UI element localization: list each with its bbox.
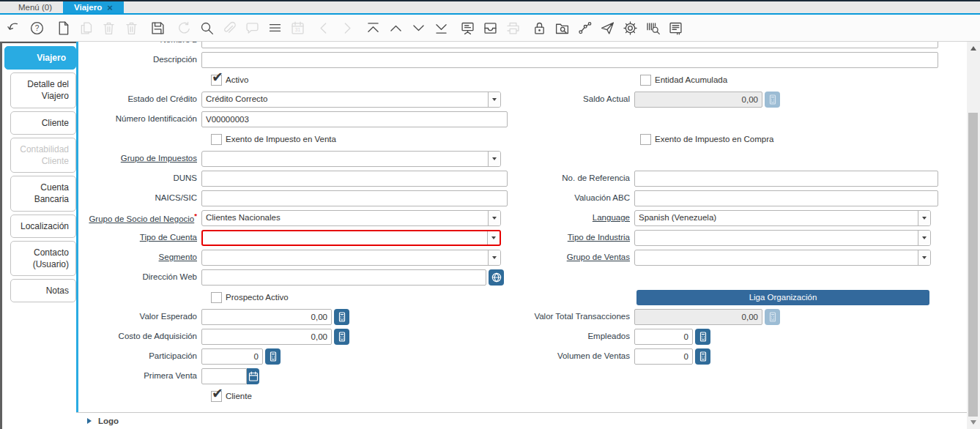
label-grupo-socio-negocio[interactable]: Grupo de Socio del Negocio* xyxy=(84,212,198,224)
scroll-down-icon[interactable] xyxy=(970,420,976,425)
logo-section-header[interactable]: Logo xyxy=(76,412,967,429)
vertical-scrollbar[interactable] xyxy=(967,42,980,429)
copy-record-button[interactable] xyxy=(78,20,94,36)
grupo-ventas-combo[interactable] xyxy=(634,250,931,266)
sidebar-tab-cliente[interactable]: Cliente xyxy=(10,111,76,135)
chevron-down-icon[interactable] xyxy=(488,152,500,166)
costo-adquisicion-input[interactable] xyxy=(201,329,332,345)
product-info-button[interactable] xyxy=(645,20,661,36)
chevron-down-icon[interactable] xyxy=(918,231,930,245)
web-browse-button[interactable] xyxy=(489,269,504,286)
chevron-down-icon[interactable] xyxy=(488,250,500,265)
calendar-button[interactable]: 31 xyxy=(290,20,306,36)
previous-record-button[interactable] xyxy=(388,20,404,36)
chat-button[interactable] xyxy=(245,20,261,36)
participacion-calculator-button[interactable] xyxy=(265,348,281,365)
forward-button[interactable] xyxy=(339,20,355,36)
grupo-impuestos-combo[interactable] xyxy=(201,151,501,167)
label-valor-esperado: Valor Esperado xyxy=(84,312,198,321)
attachment-button[interactable] xyxy=(222,20,238,36)
participacion-input[interactable] xyxy=(201,348,263,365)
save-button[interactable] xyxy=(150,20,166,36)
zoom-across-button[interactable] xyxy=(554,20,571,36)
grid-toggle-button[interactable] xyxy=(267,20,283,36)
report-button[interactable] xyxy=(460,20,476,36)
email-send-button[interactable] xyxy=(600,20,616,36)
refresh-button[interactable] xyxy=(177,20,193,36)
grupo-socio-negocio-combo[interactable]: Clientes Nacionales xyxy=(201,210,501,226)
label-tipo-cuenta[interactable]: Tipo de Cuenta xyxy=(84,233,198,242)
back-button[interactable] xyxy=(316,20,333,36)
exento-impuesto-compra-checkbox[interactable] xyxy=(640,134,651,145)
delete-selection-button[interactable] xyxy=(124,20,140,36)
label-language[interactable]: Language xyxy=(511,213,631,223)
empleados-calculator-button[interactable] xyxy=(695,329,710,345)
label-grupo-impuestos[interactable]: Grupo de Impuestos xyxy=(84,154,198,163)
tipo-industria-combo[interactable] xyxy=(634,230,931,246)
estado-credito-combo[interactable]: Crédito Correcto xyxy=(201,92,501,108)
find-button[interactable] xyxy=(199,20,215,36)
liga-organizacion-button[interactable]: Liga Organización xyxy=(636,290,929,305)
chevron-down-icon[interactable] xyxy=(918,250,930,265)
globe-icon xyxy=(491,272,502,283)
empleados-input[interactable] xyxy=(634,329,693,345)
chevron-down-icon[interactable] xyxy=(488,211,500,225)
scroll-up-icon[interactable] xyxy=(970,46,976,51)
no-referencia-input[interactable] xyxy=(634,171,938,187)
scrollbar-thumb[interactable] xyxy=(968,113,978,417)
chevron-down-icon[interactable] xyxy=(918,211,930,225)
first-record-button[interactable] xyxy=(365,20,382,36)
segmento-combo[interactable] xyxy=(201,250,501,266)
costo-adquisicion-calculator-button[interactable] xyxy=(334,329,349,345)
primera-venta-calendar-button[interactable] xyxy=(247,368,259,384)
archive-button[interactable] xyxy=(483,20,499,36)
tipo-cuenta-combo-highlighted[interactable] xyxy=(201,230,501,246)
chevron-down-icon[interactable] xyxy=(488,92,500,107)
cliente-checkbox[interactable] xyxy=(211,391,222,402)
print-button[interactable] xyxy=(505,20,521,36)
primera-venta-input[interactable] xyxy=(201,368,247,384)
naics-sic-input[interactable] xyxy=(201,190,508,206)
duns-input[interactable] xyxy=(201,171,508,187)
close-tab-icon[interactable]: × xyxy=(107,3,113,12)
prospecto-activo-checkbox[interactable] xyxy=(211,292,222,303)
label-volumen-ventas: Volumen de Ventas xyxy=(511,351,631,361)
numero-identificacion-input[interactable] xyxy=(201,111,508,127)
export-data-button[interactable] xyxy=(668,20,684,36)
sidebar-tab-detalle-del-viajero[interactable]: Detalle del Viajero xyxy=(10,72,76,108)
private-record-lock-button[interactable] xyxy=(532,20,548,36)
tab-viajero[interactable]: Viajero× xyxy=(63,1,124,13)
sidebar-tab-localizacion[interactable]: Localización xyxy=(10,214,76,238)
sidebar-tab-viajero[interactable]: Viajero xyxy=(4,46,76,70)
direccion-web-input[interactable] xyxy=(201,269,486,286)
valor-esperado-calculator-button[interactable] xyxy=(334,309,349,325)
label-segmento[interactable]: Segmento xyxy=(84,253,198,262)
help-button[interactable]: ? xyxy=(29,20,45,36)
label-grupo-ventas[interactable]: Grupo de Ventas xyxy=(511,253,631,262)
next-record-button[interactable] xyxy=(411,20,427,36)
sidebar-tab-cuenta-bancaria[interactable]: Cuenta Bancaria xyxy=(10,176,76,211)
volumen-ventas-input[interactable] xyxy=(634,348,693,365)
expand-arrow-icon[interactable] xyxy=(87,418,92,424)
preferences-button[interactable] xyxy=(623,20,639,36)
valor-esperado-input[interactable] xyxy=(201,309,332,325)
new-record-button[interactable] xyxy=(56,20,72,36)
entidad-acumulada-checkbox[interactable] xyxy=(640,75,651,86)
workflow-button[interactable] xyxy=(577,20,593,36)
last-record-button[interactable] xyxy=(434,20,450,36)
chevron-down-icon[interactable] xyxy=(487,231,500,245)
language-combo[interactable]: Spanish (Venezuela) xyxy=(634,210,931,226)
sidebar-tab-notas[interactable]: Notas xyxy=(10,279,76,302)
label-tipo-industria[interactable]: Tipo de Industria xyxy=(511,233,631,242)
delete-record-button[interactable] xyxy=(101,20,117,36)
activo-checkbox[interactable] xyxy=(211,75,222,86)
exento-impuesto-venta-checkbox[interactable] xyxy=(211,134,222,145)
tab-menu[interactable]: Menú (0) xyxy=(7,1,63,13)
nombre2-input[interactable] xyxy=(201,42,938,48)
sidebar-tab-contacto-usuario[interactable]: Contacto (Usuario) xyxy=(10,241,76,276)
descripcion-input[interactable] xyxy=(201,52,938,68)
volumen-ventas-calculator-button[interactable] xyxy=(695,348,710,365)
valuacion-abc-input[interactable] xyxy=(634,190,938,206)
zoom-across-icon xyxy=(554,20,570,36)
undo-button[interactable] xyxy=(7,20,23,36)
